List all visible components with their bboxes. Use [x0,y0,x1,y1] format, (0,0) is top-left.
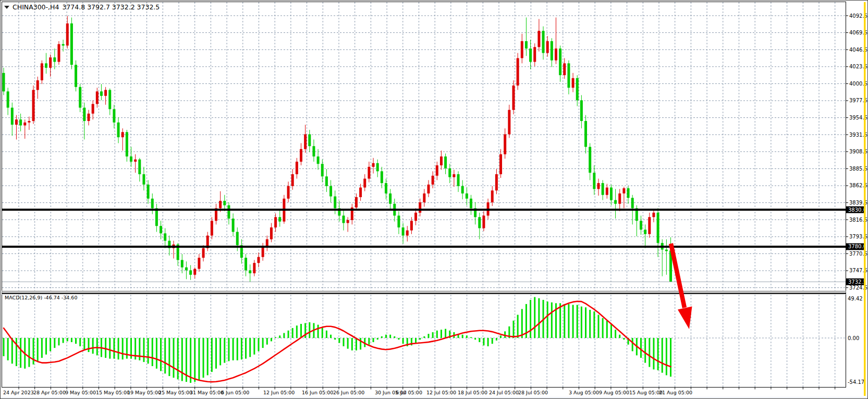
time-tick-label: 18 Jul 05:00 [458,390,487,395]
time-axis[interactable]: 24 Apr 202328 Apr 05:009 May 05:0015 May… [3,388,835,395]
trading-chart-window: 4092.54069.54046.54023.54000.53977.53954… [0,0,868,399]
time-tick-label: 24 Jul 05:00 [489,390,519,395]
time-tick-label: 15 May 05:00 [96,390,130,395]
time-tick-label: 25 May 05:00 [158,390,192,395]
time-tick-label: 16 Jun 05:00 [302,390,333,395]
time-tick-label: 6 Jul 05:00 [396,390,422,395]
macd-indicator-label: MACD(12,26,9) -46.74 -34.60 [5,295,77,300]
time-tick-label: 28 Apr 05:00 [33,390,66,395]
time-tick-label: 24 Apr 2023 [3,390,34,395]
time-tick-label: 26 Jun 05:00 [333,390,364,395]
chart-title-bar: CHINA300-,H4 3774.8 3792.7 3732.2 3732.5 [4,3,160,11]
time-tick-label: 28 Jul 05:00 [518,390,548,395]
macd-scale-label: 0.00 [848,335,859,341]
time-tick-label: 15 Aug 05:00 [629,390,663,395]
scroll-position-marker[interactable] [864,2,866,396]
ohlc-readout: 3774.8 3792.7 3732.2 3732.5 [62,3,160,11]
time-tick-label: 21 Aug 05:00 [659,390,692,395]
macd-scale-label: 49.42 [848,296,863,301]
level-price-badge-text: 3780.0 [848,244,866,249]
time-tick-label: 6 Jun 05:00 [221,390,249,395]
symbol-timeframe-label: CHINA300-,H4 [13,3,59,11]
time-tick-label: 19 May 05:00 [127,390,161,395]
time-tick-label: 31 May 05:00 [190,390,224,395]
macd-scale-label: -54.17 [848,379,864,385]
level-price-badge-text: 3830.0 [848,207,866,213]
last-price-badge-text: 3732.5 [848,279,866,285]
chart-canvas[interactable]: 4092.54069.54046.54023.54000.53977.53954… [1,1,868,399]
bottom-strip [1,397,868,399]
symbol-dropdown-icon[interactable] [4,6,9,9]
time-tick-label: 12 Jun 05:00 [263,390,295,395]
time-tick-label: 9 May 05:00 [65,390,96,395]
time-tick-label: 12 Jul 05:00 [426,390,456,395]
time-tick-label: 3 Aug 05:00 [569,390,599,395]
time-tick-label: 9 Aug 05:00 [599,390,629,395]
